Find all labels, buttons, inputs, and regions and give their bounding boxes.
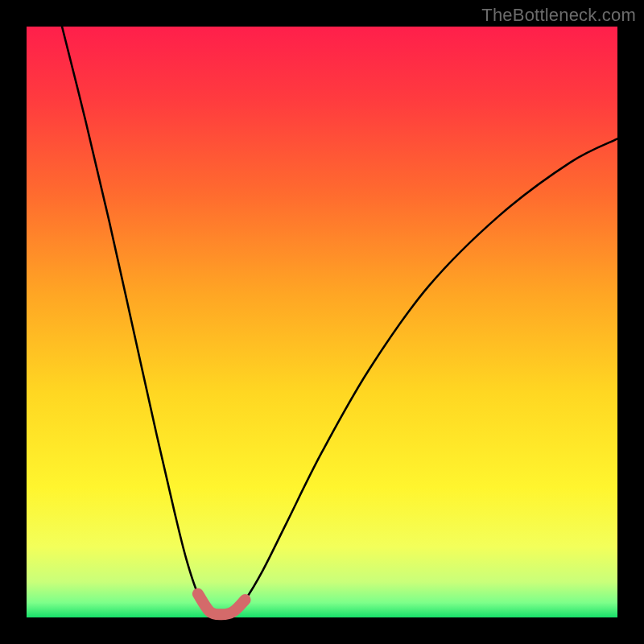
- bottleneck-curve-optimal-region: [198, 594, 246, 615]
- chart-frame: TheBottleneck.com: [0, 0, 644, 644]
- bottleneck-curve-svg: [27, 27, 617, 617]
- bottleneck-curve: [62, 27, 617, 614]
- watermark-text: TheBottleneck.com: [481, 5, 636, 26]
